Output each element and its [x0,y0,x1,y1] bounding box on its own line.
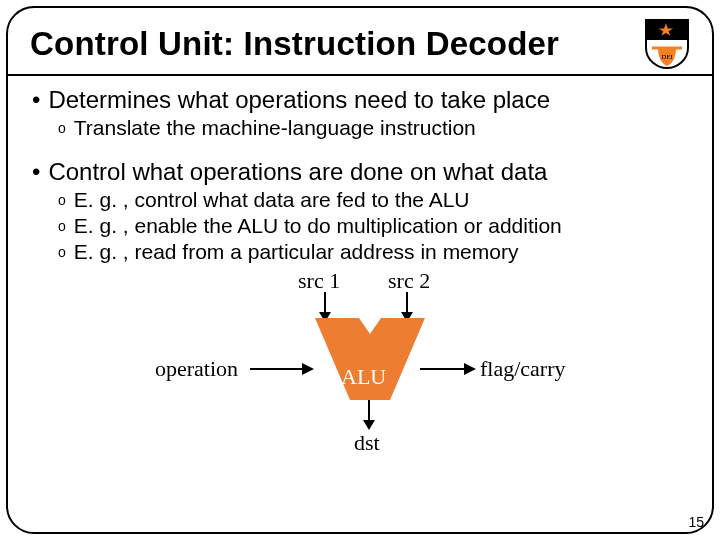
arrow-flagcarry-icon [420,360,476,378]
arrow-dst-icon [360,400,378,430]
title-row: Control Unit: Instruction Decoder DEI [8,8,712,72]
subbullet-text: Translate the machine-language instructi… [74,116,476,140]
bullet-lvl1: • Determines what operations need to tak… [32,86,688,114]
bullet-lvl2: o E. g. , enable the ALU to do multiplic… [58,214,688,238]
label-dst: dst [354,430,380,456]
subbullet-glyph: o [58,240,66,264]
label-operation: operation [155,356,238,382]
page-title: Control Unit: Instruction Decoder [30,25,559,63]
bullet-text: Determines what operations need to take … [48,86,550,114]
subbullet-text: E. g. , read from a particular address i… [74,240,519,264]
svg-marker-11 [363,420,375,430]
alu-diagram: src 1 src 2 ALU operation flag/carry [40,268,680,458]
label-flagcarry: flag/carry [480,356,566,382]
subbullet-glyph: o [58,214,66,238]
bullet-lvl2: o E. g. , control what data are fed to t… [58,188,688,212]
subbullet-text: E. g. , enable the ALU to do multiplicat… [74,214,562,238]
bullet-lvl1: • Control what operations are done on wh… [32,158,688,186]
svg-marker-9 [464,363,476,375]
subbullet-glyph: o [58,188,66,212]
svg-marker-7 [302,363,314,375]
princeton-shield-icon: DEI [644,18,690,70]
divider [8,74,712,76]
bullet-lvl2: o E. g. , read from a particular address… [58,240,688,264]
content-area: • Determines what operations need to tak… [8,86,712,458]
bullet-glyph: • [32,86,40,114]
label-src2: src 2 [388,268,430,294]
svg-text:DEI: DEI [661,53,673,61]
slide-frame: Control Unit: Instruction Decoder DEI • … [6,6,714,534]
subbullet-text: E. g. , control what data are fed to the… [74,188,470,212]
arrow-operation-icon [250,360,314,378]
subbullet-glyph: o [58,116,66,140]
label-alu: ALU [341,364,386,390]
bullet-lvl2: o Translate the machine-language instruc… [58,116,688,140]
slide-number: 15 [688,514,704,530]
bullet-glyph: • [32,158,40,186]
label-src1: src 1 [298,268,340,294]
bullet-text: Control what operations are done on what… [48,158,547,186]
